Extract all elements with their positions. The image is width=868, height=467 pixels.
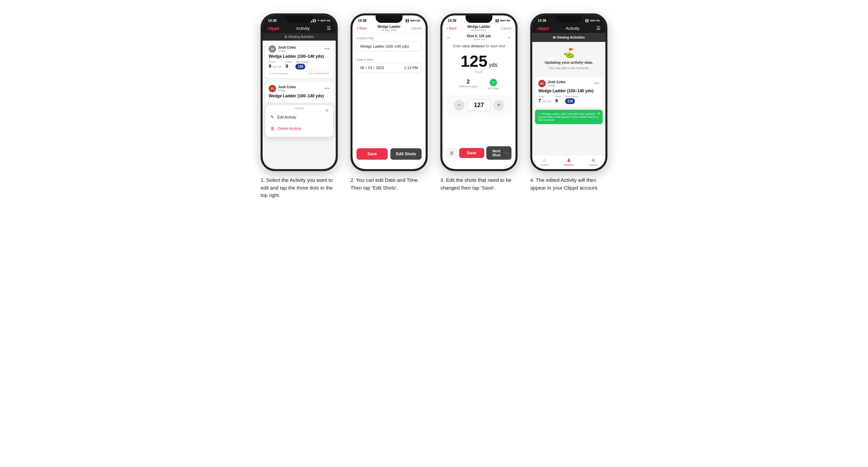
phone-1-title: Activity bbox=[296, 26, 310, 31]
updating-box: ⛳ Updating your activity data. This may … bbox=[532, 42, 606, 75]
card-title-4: Wedge Ladder (100–140 yds) bbox=[538, 89, 599, 93]
next-shot-btn[interactable]: Next Shot → bbox=[486, 146, 512, 160]
datetime-row[interactable]: 06 / 03 / 2023 1:13 PM bbox=[356, 63, 422, 73]
hit-target-icon: ✓ bbox=[490, 79, 497, 86]
viewing-bar-text-4: ⊞ Viewing Activities bbox=[553, 36, 585, 39]
tab-capture[interactable]: ⊕ Capture bbox=[581, 157, 606, 166]
shot-info: Shot 6, 125 yds Score 7/9 bbox=[467, 34, 491, 41]
three-dots-2[interactable]: ••• bbox=[324, 86, 330, 91]
form-section-2: Practice Title Wedge Ladder (100–140 yds… bbox=[352, 33, 426, 55]
user-date-4: Today bbox=[548, 84, 594, 87]
nav-title-2: Wedge Ladder bbox=[378, 25, 401, 29]
caption-2: 2. You can edit Date and Time. Then tap … bbox=[350, 177, 428, 192]
status-time-4: 14:38 bbox=[538, 19, 546, 23]
phone-3: 14:39 ▌▌ WiFi 5G < Back Wedge Ladder 06 … bbox=[440, 13, 518, 171]
phone-2: 14:38 ▌▌ WiFi 5G < Back Wedge Ladder 06 … bbox=[350, 13, 428, 171]
three-dots-4[interactable]: ••• bbox=[594, 81, 599, 86]
user-name-4: Josh Coles bbox=[548, 80, 594, 84]
context-close-btn[interactable]: ✕ bbox=[325, 108, 329, 113]
shot-score: Score 7/9 bbox=[467, 38, 491, 41]
card-top-2: JC Josh Coles Today ••• bbox=[269, 85, 330, 92]
shots-value-1: 9 bbox=[286, 63, 288, 69]
score-value-4: 7 bbox=[538, 98, 541, 103]
user-name-1: Josh Coles bbox=[278, 45, 324, 49]
yds-target: Target bbox=[445, 70, 513, 73]
tab-activities[interactable]: ♟ Activities bbox=[557, 157, 581, 166]
shot-quality-badge-1: 130 bbox=[296, 64, 305, 69]
avatar-4: JC bbox=[538, 80, 546, 87]
status-icons-3: ▌▌ WiFi 5G bbox=[496, 19, 510, 22]
edit-shots-btn[interactable]: Edit Shots bbox=[391, 148, 422, 160]
avatar-1: JC bbox=[269, 45, 276, 53]
hamburger-menu-1[interactable]: ☰ bbox=[327, 26, 331, 31]
next-shot-arrow[interactable]: → bbox=[506, 35, 512, 40]
back-btn-2[interactable]: < Back bbox=[356, 27, 367, 30]
toast-message: "Wedge Ladder (100–140 yds)" was updated… bbox=[538, 113, 598, 121]
updating-title: Updating your activity data. bbox=[545, 60, 593, 64]
difference-stat: 2 Difference (yds) bbox=[459, 79, 477, 90]
delete-btn-3[interactable]: 🗑 bbox=[446, 148, 457, 158]
card-title-1: Wedge Ladder (100–140 yds) bbox=[269, 54, 330, 59]
activity-card-2: JC Josh Coles Today ••• Wedge Ladder (10… bbox=[265, 82, 333, 103]
tab-activities-label: Activities bbox=[563, 163, 574, 166]
card-footer-1: ⓘ Test Information Data: Clippd Capture bbox=[269, 70, 330, 75]
decrement-btn[interactable]: − bbox=[454, 100, 465, 111]
tab-capture-label: Capture bbox=[588, 163, 598, 166]
yds-number: 125 bbox=[461, 52, 487, 70]
delete-activity-btn[interactable]: 🗑 Delete Activity bbox=[265, 123, 333, 134]
shot-nav: ← Shot 6, 125 yds Score 7/9 → bbox=[442, 33, 516, 41]
status-time-3: 14:39 bbox=[448, 19, 457, 23]
phone-4-header: clippd Activity ☰ bbox=[532, 24, 606, 33]
three-dots-1[interactable]: ••• bbox=[324, 46, 330, 51]
status-icons-4: ▌▌ WiFi 5G bbox=[586, 19, 600, 22]
user-date-1: Today bbox=[278, 49, 324, 52]
year-value: 2023 bbox=[376, 66, 384, 70]
clippd-logo-4: clippd bbox=[537, 26, 549, 31]
number-input-row: − 127 + bbox=[446, 95, 512, 115]
phone-4-screen: 14:38 ▌▌ WiFi 5G clippd Activity ☰ ⊞ Vie… bbox=[532, 15, 606, 169]
status-icons-2: ▌▌ WiFi 5G bbox=[406, 19, 420, 22]
cancel-btn-3[interactable]: Cancel bbox=[501, 27, 512, 30]
phone-1: 14:38 ▌▌▌ ✦ WiFi 5G clippd Activity ☰ ⊞ … bbox=[260, 13, 338, 171]
edit-activity-btn[interactable]: ✎ Edit Activity bbox=[265, 112, 333, 123]
prev-shot-arrow[interactable]: ← bbox=[446, 35, 452, 40]
datetime-label: Date & Time bbox=[356, 58, 422, 61]
save-btn-2[interactable]: Save bbox=[356, 148, 388, 160]
viewing-bar-text-1: ⊞ Viewing Activities bbox=[284, 35, 314, 39]
score-value-1: 9 bbox=[269, 63, 271, 69]
time-value: 1:13 PM bbox=[404, 66, 418, 70]
practice-title-input[interactable]: Wedge Ladder (100–140 yds) bbox=[356, 41, 422, 51]
user-date-2: Today bbox=[278, 89, 324, 92]
cancel-btn-2[interactable]: Cancel bbox=[411, 27, 422, 30]
phone-4: 14:38 ▌▌ WiFi 5G clippd Activity ☰ ⊞ Vie… bbox=[530, 13, 608, 171]
shot-stats-3: 2 Difference (yds) ✓ Hit Target bbox=[442, 76, 516, 93]
toast-check-icon: ✓ bbox=[538, 113, 541, 116]
num-display[interactable]: 127 bbox=[467, 99, 491, 111]
tab-home-label: Home bbox=[541, 163, 548, 166]
phone-1-notch bbox=[286, 15, 313, 23]
nav-title-3: Wedge Ladder bbox=[468, 25, 491, 29]
back-btn-3[interactable]: < Back bbox=[446, 27, 457, 30]
viewing-bar-1: ⊞ Viewing Activities bbox=[262, 33, 336, 40]
phone-2-footer: Save Edit Shots bbox=[352, 146, 426, 162]
status-time-1: 14:38 bbox=[268, 19, 277, 23]
save-btn-3[interactable]: Save bbox=[459, 148, 484, 158]
hamburger-menu-4[interactable]: ☰ bbox=[596, 26, 601, 31]
tab-home[interactable]: ⌂ Home bbox=[532, 157, 557, 166]
clippd-logo-1: clippd bbox=[267, 26, 279, 31]
phone-1-header: clippd Activity ☰ bbox=[262, 24, 336, 33]
avatar-2: JC bbox=[269, 85, 276, 92]
nav-subtitle-3: 06 Mar 2023 bbox=[468, 29, 491, 32]
toast-close-btn[interactable]: ✕ bbox=[597, 112, 600, 116]
activity-card-1: JC Josh Coles Today ••• Wedge Ladder (10… bbox=[265, 42, 333, 78]
shots-stat-4: Shots 9 bbox=[555, 95, 561, 104]
datetime-section-2: Date & Time 06 / 03 / 2023 1:13 PM bbox=[352, 55, 426, 76]
capture-icon: ⊕ bbox=[591, 157, 595, 163]
status-time-2: 14:38 bbox=[358, 19, 367, 23]
tab-bar-4: ⌂ Home ♟ Activities ⊕ Capture bbox=[532, 155, 606, 169]
hit-target-stat: ✓ Hit Target bbox=[488, 79, 499, 90]
edit-icon: ✎ bbox=[271, 115, 274, 119]
increment-btn[interactable]: + bbox=[493, 100, 504, 111]
phone-2-screen: 14:38 ▌▌ WiFi 5G < Back Wedge Ladder 06 … bbox=[352, 15, 426, 169]
difference-label: Difference (yds) bbox=[459, 85, 477, 88]
